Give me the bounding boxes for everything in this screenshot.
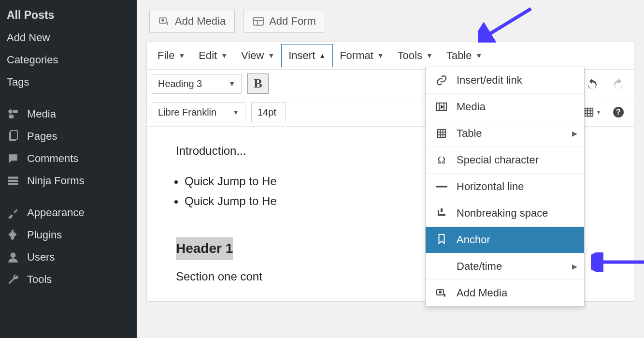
menu-label: Edit: [199, 49, 217, 62]
appearance-icon: [6, 206, 20, 219]
sidebar-item-media[interactable]: Media: [0, 103, 137, 125]
nbsp-icon: [435, 208, 448, 218]
link-icon: [435, 74, 448, 86]
svg-rect-5: [8, 176, 18, 178]
sidebar-label: Tags: [7, 76, 29, 88]
menu-format[interactable]: Format ▼: [333, 44, 391, 67]
forms-icon: [6, 176, 20, 186]
dd-insert-link[interactable]: Insert/edit link: [426, 67, 584, 94]
chevron-down-icon: ▼: [426, 52, 433, 59]
sidebar-item-tools[interactable]: Tools: [0, 268, 137, 291]
menu-label: Tools: [398, 49, 422, 62]
sidebar-label: Tools: [27, 273, 52, 286]
header-1: Header 1: [176, 237, 233, 260]
dd-insert-nbsp[interactable]: Nonbreaking space: [426, 200, 584, 227]
help-button[interactable]: ?: [608, 102, 629, 122]
sidebar-label: Comments: [27, 152, 78, 165]
sidebar-label: Categories: [7, 54, 58, 66]
sidebar-label: Pages: [27, 130, 57, 143]
menu-view[interactable]: View ▼: [234, 44, 281, 67]
svg-rect-41: [438, 210, 439, 216]
dd-label: Insert/edit link: [457, 74, 522, 87]
dd-insert-datetime[interactable]: Date/time ▸: [426, 253, 584, 280]
sidebar-item-categories[interactable]: Categories: [0, 49, 137, 71]
anchor-icon: [435, 234, 448, 246]
select-value: 14pt: [258, 107, 276, 118]
insert-dropdown: Insert/edit link Media Table ▸ Ω Special…: [425, 67, 585, 307]
svg-rect-11: [254, 17, 263, 25]
chevron-down-icon: ▼: [232, 108, 239, 116]
tools-icon: [6, 273, 20, 286]
sidebar-item-plugins[interactable]: Plugins: [0, 224, 137, 246]
main-area: Add Media Add Form File ▼ Edit ▼ View ▼: [137, 0, 644, 338]
dd-insert-special-char[interactable]: Ω Special character: [426, 147, 584, 174]
film-icon: [435, 102, 448, 112]
add-media-button[interactable]: Add Media: [149, 10, 235, 33]
add-form-button[interactable]: Add Form: [243, 10, 325, 33]
media-buttons-row: Add Media Add Form: [146, 10, 634, 33]
menu-table[interactable]: Table ▼: [440, 44, 489, 67]
undo-button[interactable]: [582, 73, 603, 94]
svg-text:?: ?: [616, 108, 621, 116]
chevron-down-icon: ▼: [476, 52, 483, 59]
sidebar-item-comments[interactable]: Comments: [0, 147, 137, 170]
dd-insert-add-media[interactable]: Add Media: [426, 280, 584, 306]
block-format-select[interactable]: Heading 3 ▼: [152, 74, 242, 94]
svg-rect-6: [8, 180, 18, 182]
svg-rect-34: [438, 130, 446, 138]
sidebar-item-appearance[interactable]: Appearance: [0, 202, 137, 224]
sidebar-item-ninja-forms[interactable]: Ninja Forms: [0, 170, 137, 192]
menu-edit[interactable]: Edit ▼: [192, 44, 234, 67]
svg-rect-23: [585, 108, 593, 117]
sidebar-item-all-posts[interactable]: All Posts: [0, 4, 137, 27]
sidebar-label: All Posts: [7, 9, 54, 22]
redo-button[interactable]: [608, 73, 629, 94]
caret-right-icon: ▸: [572, 260, 577, 273]
dd-insert-table[interactable]: Table ▸: [426, 120, 584, 147]
dd-insert-hr[interactable]: Horizontal line: [426, 174, 584, 200]
sidebar-label: Appearance: [27, 206, 85, 219]
menu-label: File: [157, 49, 174, 62]
font-family-select[interactable]: Libre Franklin ▼: [152, 103, 245, 122]
sidebar-label: Media: [27, 108, 56, 120]
users-icon: [6, 251, 20, 264]
svg-rect-42: [441, 208, 443, 212]
button-label: Add Media: [175, 15, 226, 28]
dd-label: Add Media: [457, 287, 507, 299]
sidebar-item-users[interactable]: Users: [0, 246, 137, 268]
svg-point-0: [8, 109, 13, 114]
dd-label: Horizontal line: [457, 180, 524, 193]
camera-music-icon: [435, 287, 448, 299]
chevron-down-icon: ▼: [596, 110, 601, 115]
bold-label: B: [254, 76, 262, 91]
menu-label: Format: [340, 49, 373, 62]
chevron-down-icon: ▼: [221, 52, 228, 59]
pages-icon: [6, 130, 20, 143]
sidebar-item-add-new[interactable]: Add New: [0, 27, 137, 49]
sidebar-label: Add New: [7, 31, 50, 44]
menu-label: View: [241, 49, 264, 62]
dd-insert-media[interactable]: Media: [426, 94, 584, 120]
svg-rect-1: [13, 110, 18, 113]
bold-button[interactable]: B: [247, 73, 269, 94]
dd-label: Date/time: [457, 260, 502, 273]
menu-file[interactable]: File ▼: [151, 44, 192, 67]
menu-insert[interactable]: Insert ▲: [281, 44, 333, 67]
sidebar-item-tags[interactable]: Tags: [0, 71, 137, 93]
caret-right-icon: ▸: [572, 127, 577, 140]
select-value: Heading 3: [158, 78, 202, 89]
dd-label: Nonbreaking space: [457, 207, 548, 220]
comments-icon: [6, 152, 20, 165]
dd-label: Special character: [457, 154, 539, 166]
menu-tools[interactable]: Tools ▼: [391, 44, 440, 67]
svg-point-10: [161, 19, 164, 22]
chevron-down-icon: ▼: [229, 80, 235, 88]
table-button[interactable]: ▼: [582, 102, 603, 122]
button-label: Add Form: [269, 15, 316, 28]
font-size-select[interactable]: 14pt: [251, 103, 286, 122]
sidebar-item-pages[interactable]: Pages: [0, 125, 137, 147]
chevron-down-icon: ▼: [268, 52, 274, 59]
dd-insert-anchor[interactable]: Anchor: [426, 227, 584, 253]
omega-icon: Ω: [435, 154, 448, 166]
svg-point-8: [11, 252, 16, 258]
